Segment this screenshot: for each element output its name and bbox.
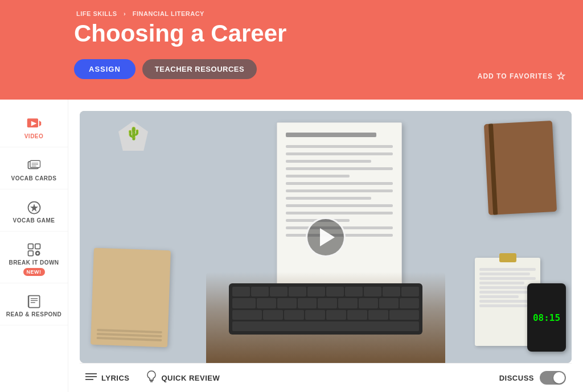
svg-marker-1 [39,121,41,127]
svg-rect-4 [30,160,40,167]
phone-time: 08:15 [533,312,560,323]
add-to-favorites-button[interactable]: ADD TO FAVORITES ☆ [478,70,566,82]
quick-review-label: QUICK REVIEW [161,374,220,382]
journal-decoration [484,121,557,215]
sidebar-item-video[interactable]: VIDEO [0,105,68,147]
sidebar-item-video-label: VIDEO [24,133,44,140]
breadcrumb-part1: LIFE SKILLS [76,10,117,17]
video-icon [25,114,43,133]
sidebar: VIDEO VOCAB CARDS [0,100,68,392]
video-container[interactable]: 🌵 [80,111,572,363]
page-title: Choosing a Career [74,20,566,47]
sidebar-item-break-it-down[interactable]: BREAK IT DOWN NEW! [0,232,68,283]
play-button[interactable] [306,217,346,257]
star-icon: ☆ [556,70,566,82]
vocab-game-icon [25,199,43,217]
assign-button[interactable]: ASSIGN [74,59,136,79]
sidebar-item-vocab-cards[interactable]: VOCAB CARDS [0,147,68,189]
video-thumbnail: 🌵 [80,111,572,363]
quick-review-control[interactable]: QUICK REVIEW [146,370,220,385]
lightbulb-icon [146,370,157,385]
notebook-decoration [91,248,171,348]
sidebar-item-vocab-cards-label: VOCAB CARDS [11,175,57,182]
book-decoration [277,122,402,287]
keyboard-hands [206,272,445,363]
phone-decoration: 08:15 [527,283,566,352]
lyrics-label: LYRICS [101,374,129,382]
read-respond-icon [25,292,43,311]
discuss-toggle[interactable] [540,371,566,385]
discuss-label: DISCUSS [499,374,534,382]
sidebar-item-vocab-game-label: VOCAB GAME [13,217,55,224]
break-it-down-icon [25,241,43,259]
sidebar-item-break-it-down-label: BREAK IT DOWN [9,259,59,266]
content-area: 🌵 [68,100,583,392]
svg-rect-9 [28,244,33,249]
lyrics-control[interactable]: LYRICS [85,372,129,383]
svg-rect-15 [28,296,39,308]
discuss-section: DISCUSS [499,371,566,385]
lyrics-icon [85,372,97,383]
breadcrumb-part2: FINANCIAL LITERACY [133,10,204,17]
main-content: VIDEO VOCAB CARDS [0,100,583,392]
sidebar-item-read-respond-label: READ & RESPOND [6,311,62,318]
svg-rect-11 [28,251,33,256]
plant-decoration: 🌵 [118,121,148,151]
video-controls-bar: LYRICS QUICK REVIEW DISCUSS [80,363,572,392]
add-favorites-label: ADD TO FAVORITES [478,72,553,80]
breadcrumb-separator: › [124,10,126,17]
sidebar-item-vocab-game[interactable]: VOCAB GAME [0,189,68,232]
teacher-resources-button[interactable]: TEACHER RESOURCES [142,59,257,79]
toggle-knob [553,372,565,383]
svg-rect-10 [35,244,40,249]
header: LIFE SKILLS › FINANCIAL LITERACY Choosin… [0,0,583,100]
breadcrumb: LIFE SKILLS › FINANCIAL LITERACY [74,10,566,17]
play-triangle-icon [320,228,335,246]
vocab-cards-icon [25,156,43,175]
new-badge: NEW! [23,268,45,276]
sidebar-item-read-respond[interactable]: READ & RESPOND [0,283,68,325]
